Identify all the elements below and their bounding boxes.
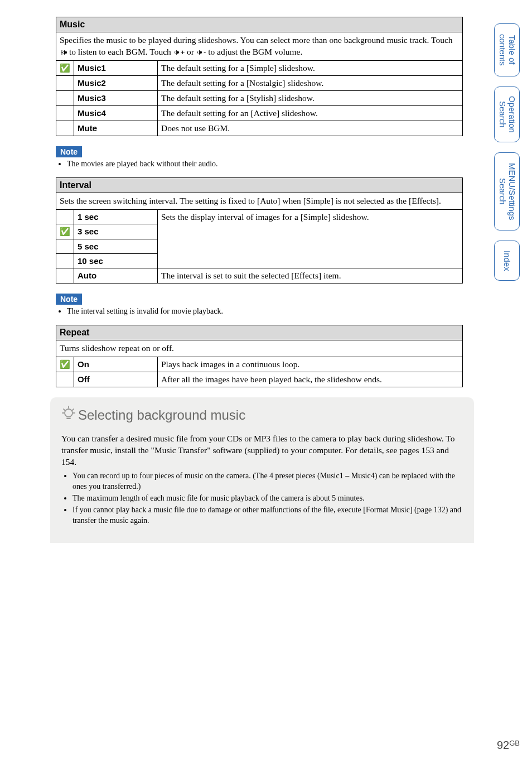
tab-label: Index — [502, 251, 512, 271]
tip-title-text: Selecting background music — [78, 407, 245, 423]
key-cell: Music3 — [74, 90, 158, 105]
tip-item: The maximum length of each music file fo… — [72, 493, 463, 504]
key-cell: 3 sec — [74, 224, 158, 239]
tip-text: You can transfer a desired music file fr… — [61, 433, 463, 468]
side-tabs: Table of contents Operation Search MENU/… — [494, 23, 520, 281]
repeat-heading: Repeat — [56, 325, 463, 340]
text: or — [185, 47, 196, 56]
check-cell: ✅ — [56, 224, 74, 239]
val-cell: Sets the display interval of images for … — [158, 209, 463, 268]
val-cell: The default setting for an [Active] slid… — [158, 105, 463, 121]
check-cell — [56, 105, 74, 121]
speaker-icon: 🕪 — [60, 48, 67, 56]
svg-point-0 — [65, 409, 72, 417]
music-heading: Music — [56, 17, 463, 32]
check-cell — [56, 121, 74, 136]
check-cell — [56, 372, 74, 387]
repeat-desc: Turns slideshow repeat on or off. — [56, 340, 463, 357]
key-cell: 1 sec — [74, 209, 158, 224]
tab-contents[interactable]: Table of contents — [494, 23, 520, 76]
table-row: Music3The default setting for a [Stylish… — [56, 90, 463, 105]
val-cell: The default setting for a [Stylish] slid… — [158, 90, 463, 105]
interval-heading: Interval — [56, 177, 463, 193]
key-cell: Off — [74, 372, 158, 387]
check-cell — [56, 90, 74, 105]
table-row: ✅Music1The default setting for a [Simple… — [56, 60, 463, 75]
tip-item: If you cannot play back a music file due… — [72, 505, 463, 526]
text: Specifies the music to be played during … — [60, 35, 453, 45]
tip-title: Selecting background music — [61, 405, 463, 425]
table-row: 1 secSets the display interval of images… — [56, 209, 463, 224]
key-cell: Music1 — [74, 60, 158, 75]
check-cell — [56, 239, 74, 253]
key-cell: On — [74, 357, 158, 372]
page-body: Music Specifies the music to be played d… — [0, 0, 480, 560]
check-cell — [56, 253, 74, 268]
check-cell — [56, 209, 74, 224]
key-cell: Auto — [74, 268, 158, 283]
page-suffix: GB — [509, 739, 520, 747]
val-cell: Does not use BGM. — [158, 121, 463, 136]
tab-label: Table of contents — [498, 32, 516, 68]
tab-label: MENU/Settings Search — [498, 161, 516, 222]
key-cell: 5 sec — [74, 239, 158, 253]
note-tag: Note — [56, 146, 82, 157]
lightbulb-icon — [61, 405, 76, 425]
tip-box: Selecting background music You can trans… — [50, 397, 474, 543]
check-cell: ✅ — [56, 60, 74, 75]
check-cell — [56, 268, 74, 283]
check-icon: ✅ — [60, 63, 70, 73]
check-cell — [56, 75, 74, 90]
page-number-value: 92 — [497, 739, 509, 751]
music-desc: Specifies the music to be played during … — [56, 32, 463, 61]
volume-down-icon: 🕩- — [196, 48, 206, 56]
val-cell: Plays back images in a continuous loop. — [158, 357, 463, 372]
key-cell: 10 sec — [74, 253, 158, 268]
text: to adjust the BGM volume. — [206, 47, 302, 56]
val-cell: After all the images have been played ba… — [158, 372, 463, 387]
tab-menu-settings-search[interactable]: MENU/Settings Search — [494, 152, 520, 230]
check-icon: ✅ — [60, 227, 70, 236]
page-number: 92GB — [497, 739, 520, 752]
note-list: The movies are played back without their… — [62, 160, 463, 169]
text: to listen to each BGM. Touch — [67, 47, 173, 56]
table-row: MuteDoes not use BGM. — [56, 121, 463, 136]
interval-desc: Sets the screen switching interval. The … — [56, 193, 463, 209]
table-row: ✅OnPlays back images in a continuous loo… — [56, 357, 463, 372]
check-icon: ✅ — [60, 359, 70, 369]
tab-operation-search[interactable]: Operation Search — [494, 87, 520, 142]
val-cell: The default setting for a [Nostalgic] sl… — [158, 75, 463, 90]
tab-label: Operation Search — [498, 95, 516, 134]
interval-table: Interval Sets the screen switching inter… — [56, 177, 463, 284]
tab-index[interactable]: Index — [494, 241, 520, 281]
tip-list: You can record up to four pieces of musi… — [68, 471, 463, 526]
val-cell: The default setting for a [Simple] slide… — [158, 60, 463, 75]
key-cell: Mute — [74, 121, 158, 136]
table-row: Music2The default setting for a [Nostalg… — [56, 75, 463, 90]
note-item: The interval setting is invalid for movi… — [67, 307, 463, 316]
tip-item: You can record up to four pieces of musi… — [72, 471, 463, 492]
key-cell: Music4 — [74, 105, 158, 121]
note-list: The interval setting is invalid for movi… — [62, 307, 463, 316]
table-row: AutoThe interval is set to suit the sele… — [56, 268, 463, 283]
note-tag: Note — [56, 294, 82, 305]
table-row: OffAfter all the images have been played… — [56, 372, 463, 387]
table-row: Music4The default setting for an [Active… — [56, 105, 463, 121]
key-cell: Music2 — [74, 75, 158, 90]
music-table: Music Specifies the music to be played d… — [56, 17, 463, 136]
volume-up-icon: 🕩+ — [173, 48, 185, 56]
repeat-table: Repeat Turns slideshow repeat on or off.… — [56, 325, 463, 387]
check-cell: ✅ — [56, 357, 74, 372]
note-item: The movies are played back without their… — [67, 160, 463, 169]
val-cell: The interval is set to suit the selected… — [158, 268, 463, 283]
